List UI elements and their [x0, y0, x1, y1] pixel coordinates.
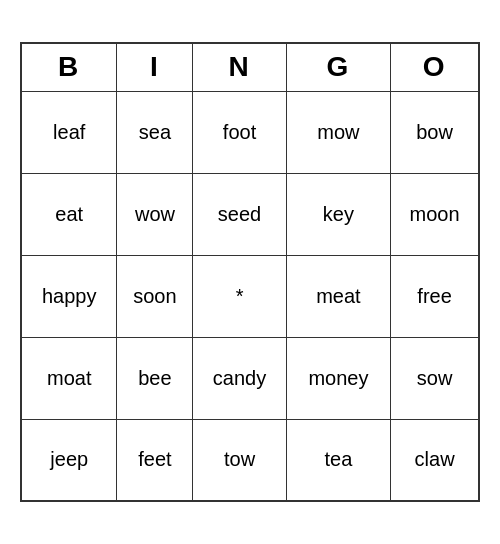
cell-r3-c2: soon — [117, 255, 193, 337]
cell-r3-c5: free — [391, 255, 479, 337]
cell-r5-c2: feet — [117, 419, 193, 501]
cell-r4-c1: moat — [21, 337, 117, 419]
cell-r1-c4: mow — [286, 91, 391, 173]
bingo-body: leafseafootmowboweatwowseedkeymoonhappys… — [21, 91, 479, 501]
cell-r5-c5: claw — [391, 419, 479, 501]
cell-r5-c3: tow — [193, 419, 286, 501]
table-row: leafseafootmowbow — [21, 91, 479, 173]
cell-r1-c2: sea — [117, 91, 193, 173]
table-row: happysoon*meatfree — [21, 255, 479, 337]
cell-r5-c4: tea — [286, 419, 391, 501]
header-i: I — [117, 43, 193, 91]
header-n: N — [193, 43, 286, 91]
table-row: jeepfeettowteaclaw — [21, 419, 479, 501]
cell-r2-c3: seed — [193, 173, 286, 255]
cell-r1-c3: foot — [193, 91, 286, 173]
bingo-header-row: B I N G O — [21, 43, 479, 91]
header-b: B — [21, 43, 117, 91]
cell-r3-c4: meat — [286, 255, 391, 337]
cell-r4-c5: sow — [391, 337, 479, 419]
header-g: G — [286, 43, 391, 91]
cell-r5-c1: jeep — [21, 419, 117, 501]
cell-r3-c1: happy — [21, 255, 117, 337]
cell-r2-c5: moon — [391, 173, 479, 255]
table-row: moatbeecandymoneysow — [21, 337, 479, 419]
bingo-card: B I N G O leafseafootmowboweatwowseedkey… — [20, 42, 480, 502]
cell-r3-c3: * — [193, 255, 286, 337]
cell-r2-c4: key — [286, 173, 391, 255]
table-row: eatwowseedkeymoon — [21, 173, 479, 255]
cell-r4-c4: money — [286, 337, 391, 419]
header-o: O — [391, 43, 479, 91]
cell-r4-c3: candy — [193, 337, 286, 419]
cell-r2-c1: eat — [21, 173, 117, 255]
cell-r2-c2: wow — [117, 173, 193, 255]
cell-r1-c1: leaf — [21, 91, 117, 173]
cell-r4-c2: bee — [117, 337, 193, 419]
cell-r1-c5: bow — [391, 91, 479, 173]
